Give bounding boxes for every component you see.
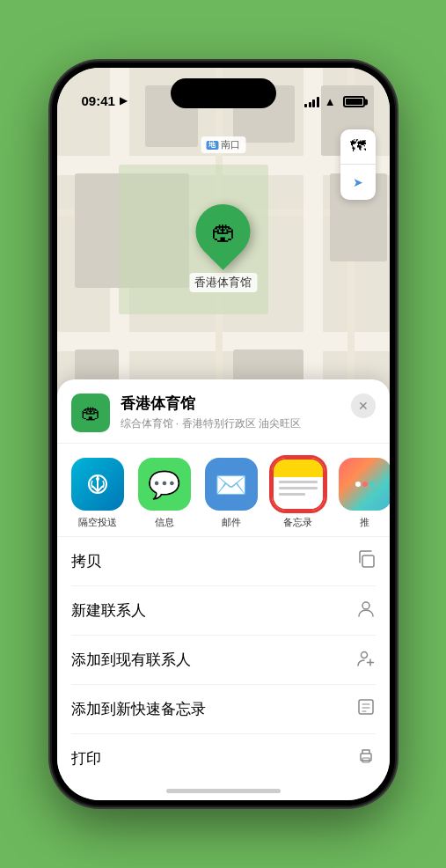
svg-point-7 <box>362 602 369 609</box>
venue-header: 🏟 香港体育馆 综合体育馆 · 香港特别行政区 油尖旺区 ✕ <box>57 379 390 444</box>
time-label: 09:41 <box>82 93 115 108</box>
action-quick-note[interactable]: 添加到新快速备忘录 <box>71 685 376 734</box>
person-icon <box>356 599 376 622</box>
more-label: 推 <box>360 516 369 529</box>
action-print[interactable]: 打印 <box>71 734 376 783</box>
share-airdrop[interactable]: 隔空投送 <box>71 458 124 529</box>
signal-icon <box>304 97 319 107</box>
svg-rect-6 <box>362 555 374 567</box>
svg-point-5 <box>369 482 375 487</box>
share-notes[interactable]: 备忘录 <box>272 458 325 529</box>
person-add-icon <box>356 648 376 672</box>
print-icon <box>356 747 376 770</box>
share-row: 隔空投送 💬 信息 ✉️ 邮件 <box>57 444 390 537</box>
airdrop-icon <box>71 458 124 511</box>
venue-name: 香港体育馆 <box>121 394 340 414</box>
messages-label: 信息 <box>155 516 174 529</box>
svg-point-8 <box>361 652 367 658</box>
action-list: 拷贝 新建联系人 <box>57 537 390 783</box>
svg-point-3 <box>355 482 361 487</box>
quick-note-label: 添加到新快速备忘录 <box>71 699 206 719</box>
notes-label: 备忘录 <box>283 516 312 529</box>
share-messages[interactable]: 💬 信息 <box>138 458 191 529</box>
phone-frame: 09:41 ▶ ▲ <box>52 63 395 805</box>
bottom-sheet: 🏟 香港体育馆 综合体育馆 · 香港特别行政区 油尖旺区 ✕ <box>57 379 390 800</box>
action-copy[interactable]: 拷贝 <box>71 537 376 586</box>
pin-emoji: 🏟 <box>211 217 236 246</box>
map-controls: 🗺 ➤ <box>340 129 376 200</box>
add-contact-label: 添加到现有联系人 <box>71 650 191 670</box>
phone-screen: 09:41 ▶ ▲ <box>57 68 390 800</box>
map-label-nk: 地 南口 <box>201 136 245 153</box>
notes-icon <box>272 458 325 511</box>
venue-subtitle: 综合体育馆 · 香港特别行政区 油尖旺区 <box>121 416 340 431</box>
subway-icon: 地 <box>206 141 218 150</box>
print-label: 打印 <box>71 748 101 769</box>
svg-point-4 <box>362 482 368 487</box>
status-time: 09:41 ▶ <box>82 93 127 108</box>
nk-label-text: 南口 <box>221 138 240 151</box>
more-icon <box>339 458 390 511</box>
dynamic-island <box>171 78 276 108</box>
battery-icon <box>343 96 365 107</box>
messages-icon: 💬 <box>138 458 191 511</box>
map-view-button[interactable]: 🗺 <box>340 129 376 165</box>
location-arrow-icon: ▶ <box>120 95 127 107</box>
note-icon <box>356 697 376 721</box>
pin-label-text: 香港体育馆 <box>189 273 257 292</box>
copy-icon <box>356 549 376 573</box>
location-button[interactable]: ➤ <box>340 165 376 200</box>
action-add-contact[interactable]: 添加到现有联系人 <box>71 636 376 685</box>
svg-point-2 <box>96 477 99 481</box>
venue-icon: 🏟 <box>71 394 110 432</box>
location-pin: 🏟 香港体育馆 <box>189 204 257 292</box>
action-new-contact[interactable]: 新建联系人 <box>71 586 376 636</box>
close-button[interactable]: ✕ <box>351 394 376 418</box>
share-mail[interactable]: ✉️ 邮件 <box>205 458 258 529</box>
wifi-icon: ▲ <box>325 95 336 108</box>
pin-circle: 🏟 <box>185 193 262 270</box>
venue-info: 香港体育馆 综合体育馆 · 香港特别行政区 油尖旺区 <box>121 394 340 431</box>
mail-label: 邮件 <box>222 516 241 529</box>
airdrop-label: 隔空投送 <box>78 516 117 529</box>
copy-label: 拷贝 <box>71 551 101 571</box>
home-indicator <box>166 789 281 793</box>
share-more[interactable]: 推 <box>339 458 390 529</box>
new-contact-label: 新建联系人 <box>71 600 146 621</box>
mail-icon: ✉️ <box>205 458 258 511</box>
status-icons: ▲ <box>304 95 364 108</box>
